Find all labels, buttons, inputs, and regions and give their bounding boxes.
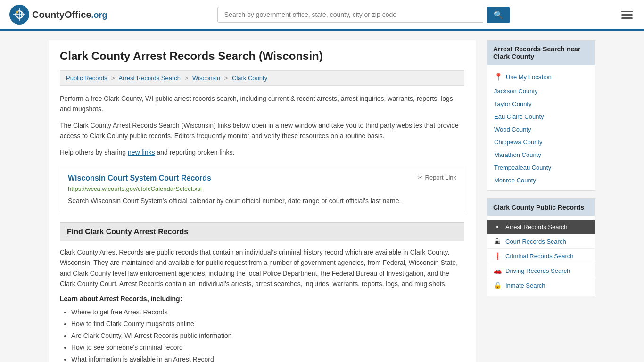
pr-driving-records[interactable]: 🚗 Driving Records Search (487, 263, 595, 278)
list-item: What information is available in an Arre… (71, 354, 464, 362)
logo-area: CountyOffice.org (9, 5, 107, 25)
trempealeau-county-link[interactable]: Trempealeau County (494, 164, 551, 171)
arrest-icon: ▪ (493, 223, 502, 230)
report-link-button[interactable]: ✂ Report Link (418, 174, 456, 181)
breadcrumb-public-records[interactable]: Public Records (66, 74, 107, 82)
report-link-label: Report Link (425, 174, 456, 181)
chippewa-county-link[interactable]: Chippewa County (494, 139, 543, 146)
learn-list: Where to get free Arrest Records How to … (60, 306, 464, 362)
sidebar-item-marathon[interactable]: Marathon County (487, 148, 595, 161)
wood-county-link[interactable]: Wood County (494, 126, 531, 133)
sidebar-item-eau-claire[interactable]: Eau Claire County (487, 110, 595, 123)
list-item: Where to get free Arrest Records (71, 306, 464, 318)
public-records-content: ▪ Arrest Records Search 🏛 Court Records … (487, 216, 595, 296)
pr-inmate-search[interactable]: 🔒 Inmate Search (487, 278, 595, 292)
taylor-county-link[interactable]: Taylor County (494, 100, 531, 107)
search-button[interactable]: 🔍 (487, 7, 510, 23)
jackson-county-link[interactable]: Jackson County (494, 88, 538, 95)
nearby-section-content: 📍 Use My Location Jackson County Taylor … (487, 65, 595, 190)
eau-claire-county-link[interactable]: Eau Claire County (494, 113, 544, 120)
list-item: Are Clark County, WI Arrest Records publ… (71, 330, 464, 342)
site-header: CountyOffice.org 🔍 (0, 0, 644, 31)
search-input[interactable] (217, 7, 483, 23)
intro-paragraph-2: The Clark County Arrest Records Search (… (60, 120, 464, 141)
svg-point-5 (16, 11, 18, 14)
nearby-section-title: Arrest Records Search near Clark County (487, 41, 595, 65)
record-link-header: Wisconsin Court System Court Records ✂ R… (68, 174, 456, 182)
sidebar-item-trempealeau[interactable]: Trempealeau County (487, 161, 595, 174)
sidebar-item-jackson[interactable]: Jackson County (487, 85, 595, 98)
intro-3-pre: Help others by sharing (60, 148, 128, 156)
record-link-desc: Search Wisconsin Court System's official… (68, 196, 456, 206)
nearby-section: Arrest Records Search near Clark County … (487, 40, 595, 191)
breadcrumb-wisconsin[interactable]: Wisconsin (192, 74, 220, 82)
pr-arrest-records[interactable]: ▪ Arrest Records Search (487, 220, 595, 234)
sidebar-item-chippewa[interactable]: Chippewa County (487, 136, 595, 148)
pr-court-records[interactable]: 🏛 Court Records Search (487, 234, 595, 249)
new-links-link[interactable]: new links (128, 148, 155, 156)
driving-icon: 🚗 (493, 267, 502, 274)
find-section-heading: Find Clark County Arrest Records (60, 222, 464, 241)
scissors-icon: ✂ (418, 174, 423, 181)
monroe-county-link[interactable]: Monroe County (494, 177, 536, 184)
sidebar-item-wood[interactable]: Wood County (487, 123, 595, 136)
inmate-search-link[interactable]: Inmate Search (505, 282, 545, 289)
driving-records-link[interactable]: Driving Records Search (505, 267, 570, 274)
pin-icon: 📍 (494, 73, 503, 81)
logo-text: CountyOffice.org (32, 9, 107, 20)
criminal-records-link[interactable]: Criminal Records Search (505, 253, 574, 260)
page-title: Clark County Arrest Records Search (Wisc… (60, 49, 464, 63)
sidebar-item-taylor[interactable]: Taylor County (487, 98, 595, 110)
breadcrumb-clark-county[interactable]: Clark County (232, 74, 267, 82)
marathon-county-link[interactable]: Marathon County (494, 151, 541, 158)
hamburger-menu[interactable] (619, 9, 635, 21)
use-my-location[interactable]: 📍 Use My Location (487, 69, 595, 85)
intro-3-post: and reporting broken links. (155, 148, 235, 156)
find-section-text: Clark County Arrest Records are public r… (60, 247, 464, 289)
list-item: How to see someone's criminal record (71, 342, 464, 354)
record-link-block: Wisconsin Court System Court Records ✂ R… (60, 166, 464, 214)
record-link-title[interactable]: Wisconsin Court System Court Records (68, 174, 211, 182)
breadcrumb-arrest-records[interactable]: Arrest Records Search (119, 74, 181, 82)
breadcrumb: Public Records > Arrest Records Search >… (60, 70, 464, 86)
learn-heading: Learn about Arrest Records, including: (60, 295, 464, 303)
list-item: How to find Clark County mugshots online (71, 318, 464, 330)
sidebar: Arrest Records Search near Clark County … (487, 40, 595, 362)
public-records-title: Clark County Public Records (487, 199, 595, 216)
intro-paragraph-3: Help others by sharing new links and rep… (60, 147, 464, 157)
sidebar-item-monroe[interactable]: Monroe County (487, 174, 595, 187)
search-area: 🔍 (217, 7, 510, 23)
court-records-link[interactable]: Court Records Search (505, 238, 566, 245)
inmate-icon: 🔒 (493, 281, 502, 289)
public-records-section: Clark County Public Records ▪ Arrest Rec… (487, 198, 595, 296)
pr-criminal-records[interactable]: ❗ Criminal Records Search (487, 249, 595, 263)
court-icon: 🏛 (493, 238, 502, 245)
record-link-url[interactable]: https://wcca.wicourts.gov/ctofcCalendarS… (68, 185, 456, 192)
use-location-label: Use My Location (506, 74, 552, 81)
main-content: Clark County Arrest Records Search (Wisc… (49, 40, 476, 362)
logo-icon (9, 5, 29, 25)
arrest-records-label: Arrest Records Search (505, 223, 568, 230)
page-wrapper: Clark County Arrest Records Search (Wisc… (39, 31, 605, 362)
criminal-icon: ❗ (493, 252, 502, 260)
intro-paragraph-1: Perform a free Clark County, WI public a… (60, 93, 464, 115)
